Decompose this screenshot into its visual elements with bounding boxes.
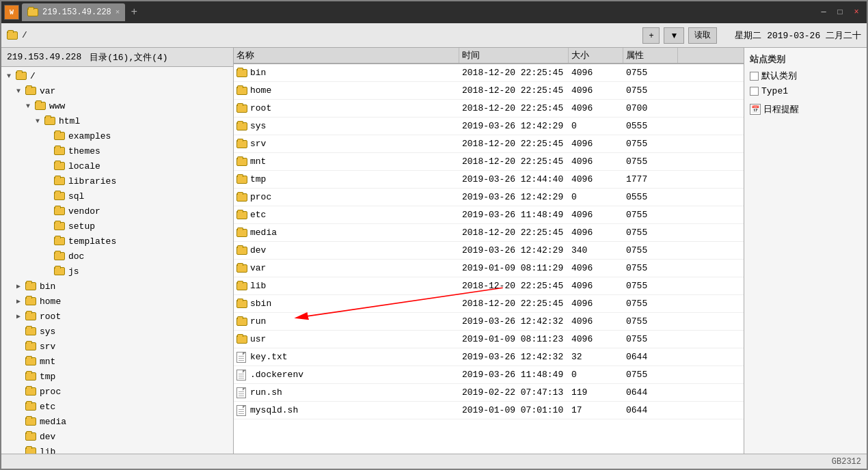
title-bar: W 219.153.49.228 × + ─ □ ×	[1, 1, 867, 23]
file-row[interactable]: bin 2018-12-20 22:25:45 4096 0755	[234, 64, 744, 82]
btn-plus[interactable]: +	[642, 27, 660, 44]
file-row[interactable]: media 2018-12-20 22:25:45 4096 0755	[234, 224, 744, 242]
minimize-btn[interactable]: ─	[816, 5, 831, 20]
right-panel: 名称 时间 大小 属性 bin 2018-12-20 22:25:45 4096…	[234, 48, 744, 454]
file-row[interactable]: proc 2019-03-26 12:42:29 0 0555	[234, 189, 744, 206]
sidebar-item-default[interactable]: 默认类别	[750, 70, 861, 82]
file-name: root	[250, 103, 271, 113]
tab-close-btn[interactable]: ×	[116, 8, 120, 16]
col-header-name[interactable]: 名称	[234, 48, 459, 63]
file-size-cell: 4096	[569, 316, 623, 327]
file-row[interactable]: sbin 2018-12-20 22:25:45 4096 0755	[234, 295, 744, 313]
main-window: W 219.153.49.228 × + ─ □ × / + ▼ 读取 星期二 …	[0, 0, 868, 470]
col-header-size[interactable]: 大小	[569, 48, 623, 63]
tree-item-locale[interactable]: locale	[1, 158, 233, 174]
btn-dropdown[interactable]: ▼	[664, 27, 684, 44]
file-name-cell: mysqld.sh	[234, 405, 459, 416]
file-name-cell: tmp	[234, 174, 459, 184]
file-name: lib	[250, 281, 266, 291]
tree-item-themes[interactable]: themes	[1, 143, 233, 158]
tree-root[interactable]: ▼ /	[1, 68, 233, 83]
file-perm-cell: 0755	[623, 245, 678, 255]
col-header-time[interactable]: 时间	[459, 48, 569, 63]
file-row[interactable]: etc 2019-03-26 11:48:49 4096 0755	[234, 206, 744, 224]
file-time-cell: 2018-12-20 22:25:45	[459, 281, 569, 291]
file-row[interactable]: dev 2019-03-26 12:42:29 340 0755	[234, 242, 744, 260]
tree-folder-templates	[54, 237, 65, 245]
file-time-cell: 2019-03-26 12:42:29	[459, 121, 569, 131]
active-tab[interactable]: 219.153.49.228 ×	[22, 3, 125, 21]
file-size-cell: 4096	[569, 156, 623, 167]
maximize-btn[interactable]: □	[832, 5, 847, 20]
tree-item-etc[interactable]: etc	[1, 399, 233, 414]
tree-label-examples: examples	[68, 131, 111, 141]
checkbox-type1[interactable]	[750, 87, 759, 96]
tree-item-vendor[interactable]: vendor	[1, 204, 233, 219]
tab-folder-icon	[27, 8, 38, 16]
tree-item-tmp[interactable]: tmp	[1, 369, 233, 384]
tree-item-js[interactable]: js	[1, 264, 233, 279]
folder-icon	[236, 264, 247, 273]
tree-item-media[interactable]: media	[1, 414, 233, 429]
file-name-cell: home	[234, 85, 459, 96]
file-name: srv	[250, 139, 266, 149]
add-tab-btn[interactable]: +	[131, 6, 137, 18]
file-row[interactable]: sys 2019-03-26 12:42:29 0 0555	[234, 118, 744, 135]
tree-item-sql[interactable]: sql	[1, 189, 233, 204]
btn-read[interactable]: 读取	[688, 27, 717, 44]
tree-item-dev[interactable]: dev	[1, 429, 233, 444]
tree-item-var[interactable]: ▼ var	[1, 83, 233, 98]
tree-item-lib[interactable]: lib	[1, 444, 233, 454]
tree-item-examples[interactable]: examples	[1, 128, 233, 143]
tree-item-setup[interactable]: setup	[1, 219, 233, 234]
col-header-perm[interactable]: 属性	[623, 48, 678, 63]
tree-item-doc[interactable]: doc	[1, 249, 233, 264]
file-size-cell: 4096	[569, 85, 623, 96]
file-row[interactable]: run 2019-03-26 12:42:32 4096 0755	[234, 313, 744, 331]
file-row[interactable]: usr 2019-01-09 08:11:23 4096 0755	[234, 331, 744, 348]
tree-label-doc: doc	[68, 251, 84, 262]
file-time-cell: 2018-12-20 22:25:45	[459, 299, 569, 309]
file-time-cell: 2018-12-20 22:25:45	[459, 103, 569, 113]
sidebar-item-type1[interactable]: Type1	[750, 86, 861, 96]
file-row[interactable]: mnt 2018-12-20 22:25:45 4096 0755	[234, 153, 744, 171]
checkbox-default[interactable]	[750, 72, 759, 81]
tree-item-proc[interactable]: proc	[1, 384, 233, 399]
tree-item-srv[interactable]: srv	[1, 339, 233, 354]
file-perm-cell: 0755	[623, 263, 678, 273]
folder-icon	[236, 105, 247, 113]
tree-item-libraries[interactable]: libraries	[1, 174, 233, 189]
file-row[interactable]: root 2018-12-20 22:25:45 4096 0700	[234, 100, 744, 118]
tree-item-www[interactable]: ▼ www	[1, 98, 233, 113]
file-size-cell: 4096	[569, 210, 623, 220]
sidebar-title: 站点类别	[750, 53, 861, 66]
sidebar-item-calendar[interactable]: 📅 日程提醒	[750, 103, 861, 115]
tree-item-mnt[interactable]: mnt	[1, 354, 233, 369]
tree-item-root[interactable]: ▶ root	[1, 309, 233, 324]
file-row[interactable]: mysqld.sh 2019-01-09 07:01:10 17 0644	[234, 402, 744, 419]
tree-container[interactable]: ▼ / ▼ var ▼ www ▼	[1, 67, 233, 454]
tree-label-media: media	[40, 417, 66, 427]
close-btn[interactable]: ×	[849, 5, 864, 20]
title-bar-left: W 219.153.49.228 × +	[4, 3, 137, 21]
file-icon	[236, 405, 246, 416]
file-icon	[236, 370, 246, 381]
file-row[interactable]: .dockerenv 2019-03-26 11:48:49 0 0755	[234, 366, 744, 384]
file-row[interactable]: home 2018-12-20 22:25:45 4096 0755	[234, 82, 744, 100]
tree-item-html[interactable]: ▼ html	[1, 113, 233, 128]
file-row[interactable]: lib 2018-12-20 22:25:45 4096 0755	[234, 277, 744, 295]
file-row[interactable]: tmp 2019-03-26 12:44:40 4096 1777	[234, 171, 744, 189]
file-row[interactable]: var 2019-01-09 08:11:29 4096 0755	[234, 260, 744, 277]
file-row[interactable]: key.txt 2019-03-26 12:42:32 32 0644	[234, 348, 744, 366]
file-row[interactable]: srv 2018-12-20 22:25:45 4096 0755	[234, 135, 744, 153]
tree-folder-libraries	[54, 177, 65, 185]
tree-item-sys[interactable]: sys	[1, 324, 233, 339]
file-row[interactable]: run.sh 2019-02-22 07:47:13 119 0644	[234, 384, 744, 402]
file-list[interactable]: bin 2018-12-20 22:25:45 4096 0755 home 2…	[234, 64, 744, 454]
tree-folder-doc	[54, 252, 65, 260]
tree-item-templates[interactable]: templates	[1, 234, 233, 249]
tree-folder-dev	[25, 432, 36, 441]
tree-item-bin[interactable]: ▶ bin	[1, 279, 233, 294]
tree-item-home[interactable]: ▶ home	[1, 294, 233, 309]
tree-toggle-root[interactable]: ▼	[4, 71, 14, 81]
